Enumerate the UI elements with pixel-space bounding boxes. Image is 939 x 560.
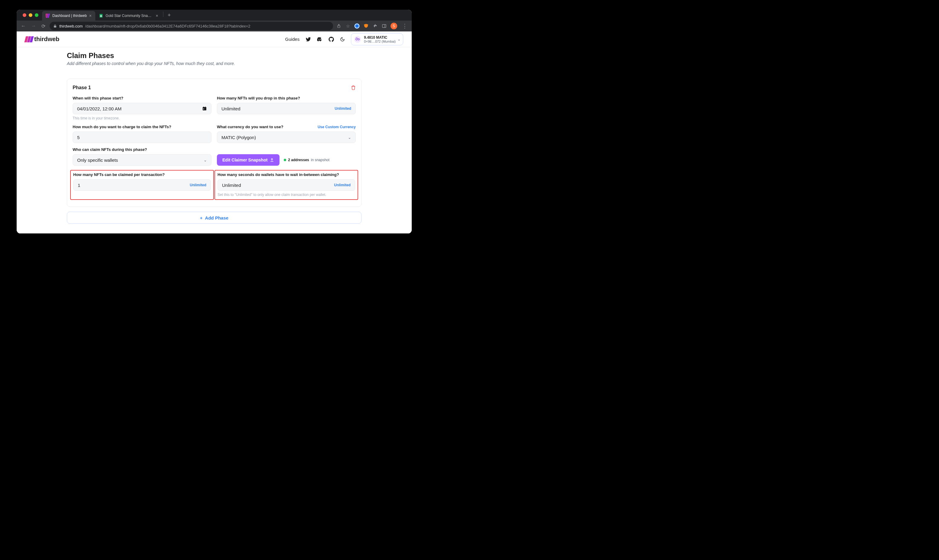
twitter-icon[interactable]: [306, 37, 311, 42]
delete-phase-button[interactable]: [351, 85, 356, 90]
page-subtitle: Add different phases to control when you…: [67, 61, 403, 66]
snapshot-info: 2 addresses in snapshot: [284, 158, 329, 162]
pertx-unlimited-button[interactable]: Unlimited: [190, 183, 206, 187]
pertx-input[interactable]: 1 Unlimited: [73, 179, 211, 191]
browser-menu-icon[interactable]: ⋮: [401, 23, 409, 29]
wait-input[interactable]: Unlimited Unlimited: [217, 179, 355, 191]
wait-label: How many seconds do wallets have to wait…: [217, 172, 355, 177]
tab-sheets[interactable]: Gold Star Community Snapsho ×: [95, 11, 162, 20]
drop-value: Unlimited: [222, 106, 240, 111]
page-title: Claim Phases: [67, 51, 403, 60]
guides-link[interactable]: Guides: [285, 37, 300, 42]
svg-rect-13: [203, 107, 206, 108]
extensions-icon[interactable]: [373, 23, 378, 29]
who-select[interactable]: Only specific wallets ⌄: [72, 154, 211, 166]
field-drop-count: How many NFTs will you drop in this phas…: [217, 96, 356, 120]
metamask-icon[interactable]: [363, 23, 369, 29]
tab-separator: [163, 11, 163, 17]
chevron-down-icon: ⌄: [203, 158, 207, 162]
maximize-window-icon[interactable]: [35, 13, 38, 17]
currency-value: MATIC (Polygon): [222, 135, 256, 140]
currency-select[interactable]: MATIC (Polygon) ⌄: [217, 132, 356, 143]
who-label: Who can claim NFTs during this phase?: [72, 147, 211, 152]
window-controls: [19, 10, 42, 20]
tab-title: Dashboard | thirdweb: [52, 14, 87, 18]
field-price: How much do you want to charge to claim …: [72, 125, 211, 143]
wait-value: Unlimited: [222, 183, 241, 188]
address-bar: ← → ⟳ thirdweb.com/dashboard/mumbai/nft-…: [17, 20, 412, 31]
svg-rect-7: [54, 26, 56, 28]
lock-icon: [53, 24, 57, 28]
status-dot-icon: [284, 159, 286, 161]
profile-avatar[interactable]: S: [391, 23, 397, 29]
svg-rect-14: [203, 106, 204, 107]
url-input[interactable]: thirdweb.com/dashboard/mumbai/nft-drop/0…: [49, 22, 333, 30]
wallet-info: 9.4810 MATIC 0×9E…072 (Mumbai): [364, 35, 396, 43]
theme-toggle-icon[interactable]: [340, 37, 345, 42]
wallet-balance: 9.4810 MATIC: [364, 35, 396, 40]
drop-label: How many NFTs will you drop in this phas…: [217, 96, 356, 100]
drop-count-input[interactable]: Unlimited Unlimited: [217, 103, 356, 114]
new-tab-button[interactable]: +: [165, 12, 174, 18]
field-start-date: When will this phase start? 04/01/2022, …: [72, 96, 211, 120]
who-value: Only specific wallets: [77, 157, 118, 163]
logo-text: thirdweb: [34, 36, 59, 43]
svg-rect-16: [203, 109, 204, 109]
reload-button[interactable]: ⟳: [40, 23, 46, 29]
svg-rect-15: [205, 106, 205, 107]
minimize-window-icon[interactable]: [29, 13, 32, 17]
tab-strip: Dashboard | thirdweb × Gold Star Communi…: [17, 10, 412, 20]
drop-unlimited-button[interactable]: Unlimited: [335, 106, 351, 111]
panel-icon[interactable]: [382, 23, 387, 29]
pertx-label: How many NFTs can be claimed per transac…: [73, 172, 211, 177]
start-helper: This time is in your timezone.: [72, 116, 211, 120]
wait-unlimited-button[interactable]: Unlimited: [334, 183, 351, 187]
wallet-button[interactable]: 9.4810 MATIC 0×9E…072 (Mumbai) ⌄: [351, 33, 403, 45]
field-who: Who can claim NFTs during this phase? On…: [72, 147, 211, 166]
tab-title: Gold Star Community Snapsho: [106, 14, 153, 18]
site-header: thirdweb Guides 9.4810 MATIC: [17, 31, 412, 47]
share-icon[interactable]: [336, 23, 342, 29]
snapshot-btn-label: Edit Claimer Snapshot: [222, 157, 268, 162]
edit-snapshot-button[interactable]: Edit Claimer Snapshot: [217, 154, 280, 166]
wallet-address: 0×9E…072 (Mumbai): [364, 40, 396, 43]
start-date-input[interactable]: 04/01/2022, 12:00 AM: [72, 103, 211, 114]
chevron-down-icon: ⌄: [348, 135, 351, 140]
bookmark-icon[interactable]: ☆: [345, 23, 351, 29]
phase-card: Phase 1 When will this phase start? 04/0…: [67, 78, 362, 207]
snapshot-count: 2 addresses: [288, 158, 309, 162]
github-icon[interactable]: [328, 37, 334, 42]
close-tab-icon[interactable]: ×: [89, 13, 92, 18]
thirdweb-favicon: [46, 14, 50, 18]
polygon-icon: [354, 36, 361, 43]
highlight-pertx: How many NFTs can be claimed per transac…: [70, 170, 214, 200]
start-label: When will this phase start?: [72, 96, 211, 100]
add-phase-label: Add Phase: [205, 215, 229, 220]
price-label: How much do you want to charge to claim …: [72, 125, 211, 129]
sheets-favicon: [99, 14, 103, 18]
tab-dashboard[interactable]: Dashboard | thirdweb ×: [42, 11, 95, 20]
calendar-icon: [202, 106, 207, 111]
discord-icon[interactable]: [317, 37, 322, 42]
svg-rect-10: [382, 25, 386, 28]
pertx-value: 1: [78, 183, 80, 188]
plus-icon: +: [200, 215, 203, 220]
page-content: thirdweb Guides 9.4810 MATIC: [17, 31, 412, 234]
close-tab-icon[interactable]: ×: [156, 13, 158, 18]
price-value: 5: [77, 135, 80, 140]
logo-mark-icon: [25, 36, 33, 42]
wait-helper: Set this to "Unlimited" to only allow on…: [217, 192, 355, 197]
highlight-wait: How many seconds do wallets have to wait…: [214, 170, 358, 200]
phase-name: Phase 1: [72, 85, 91, 91]
url-domain: thirdweb.com: [59, 24, 83, 28]
field-snapshot: Edit Claimer Snapshot 2 addresses in sna…: [217, 154, 356, 166]
forward-button[interactable]: →: [30, 23, 37, 29]
custom-currency-link[interactable]: Use Custom Currency: [318, 125, 356, 129]
field-currency: What currency do you want to use? Use Cu…: [217, 125, 356, 143]
back-button[interactable]: ←: [20, 23, 27, 29]
price-input[interactable]: 5: [72, 132, 211, 143]
add-phase-button[interactable]: + Add Phase: [67, 212, 362, 224]
thirdweb-logo[interactable]: thirdweb: [25, 36, 59, 43]
extension-icon-1[interactable]: [354, 23, 360, 29]
close-window-icon[interactable]: [23, 13, 26, 17]
